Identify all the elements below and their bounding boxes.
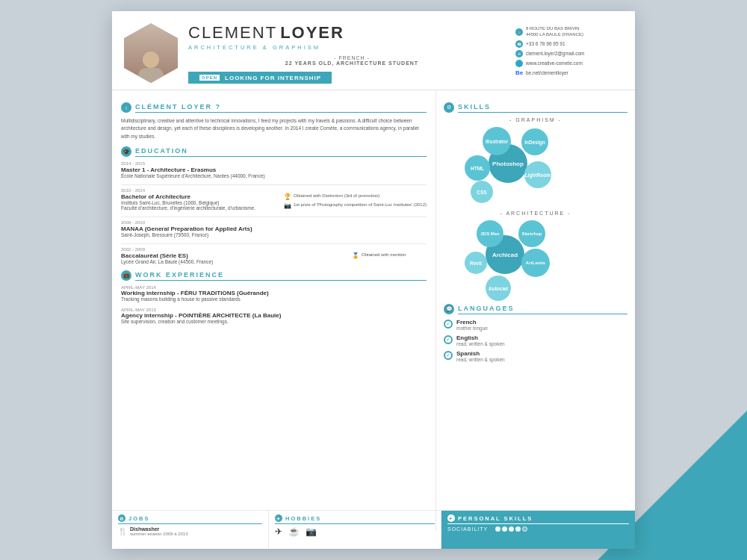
- bubble-illustrator: Illustrator: [483, 127, 511, 155]
- bottom-personal: + PERSONAL SKILLS SOCIABILITY: [441, 511, 635, 549]
- jobs-title: ⚙ JOBS: [118, 514, 262, 524]
- edu-item-3: 2002 - 2009 Baccalauréat (Série ES) Lycé…: [121, 247, 427, 264]
- dot-2: [502, 526, 507, 532]
- last-name: LOYER: [280, 23, 344, 43]
- lang-level-1: read, written & spoken: [456, 341, 505, 346]
- resume-header: CLEMENT LOYER ARCHITECTURE & GRAPHISM - …: [112, 11, 635, 90]
- phone-icon: ☎: [515, 40, 523, 48]
- edu-item-1-left: Bachelor of Architecture Instituts Saint…: [121, 193, 255, 211]
- page-wrapper: CLEMENT LOYER ARCHITECTURE & GRAPHISM - …: [0, 0, 747, 560]
- work-item-1: APRIL-MAY 2013 Agency internship - POINT…: [121, 308, 427, 324]
- phone-text: +33 6 78 96 95 91: [526, 41, 565, 46]
- resume-document: CLEMENT LOYER ARCHITECTURE & GRAPHISM - …: [112, 11, 635, 549]
- bottom-jobs: ⚙ JOBS 🍴 Dishwasher summer season 2009 à…: [112, 511, 269, 549]
- edu-item-1-row: Bachelor of Architecture Instituts Saint…: [121, 193, 427, 211]
- skills-icon: ⚙: [444, 102, 454, 113]
- lang-item-1: English read, written & spoken: [444, 335, 627, 346]
- dot-5: [522, 526, 527, 532]
- job-title-0: Dishwasher: [130, 526, 188, 532]
- work-desc-1: Site supervision, creation and customer …: [121, 319, 427, 324]
- edu-item-1-awards: 🏆 Obtained with Distinction (3rd of prom…: [284, 193, 427, 211]
- bubble-autocad: Autocad: [486, 276, 511, 301]
- edu-school-1b: Faculté d'architecture, d'ingénierie arc…: [121, 205, 255, 211]
- graphism-label: - GRAPHISM -: [444, 117, 627, 122]
- edu-item-2: 2009 - 2010 MANAA (General Preparation f…: [121, 220, 427, 237]
- award-text-3: Obtained with mention: [362, 252, 406, 257]
- looking-text: LOOKING FOR INTERNSHIP: [225, 75, 321, 81]
- name-line: CLEMENT LOYER: [188, 23, 515, 43]
- bubble-css: CSS: [471, 181, 493, 203]
- languages-icon: 💬: [444, 304, 454, 314]
- lang-item-2: Spanish read, written & spoken: [444, 350, 627, 362]
- edu-item-3-row: Baccalauréat (Série ES) Lycée Grand Air,…: [121, 252, 427, 264]
- email-text: clement.loyer2@gmail.com: [526, 51, 585, 56]
- person-head: [143, 52, 159, 68]
- bubble-html: HTML: [465, 155, 490, 181]
- sociability-label: SOCIABILITY: [447, 526, 492, 532]
- edu-item-0: 2014 - 2015 Master 1 - Architecture - Er…: [121, 161, 427, 178]
- edu-year-0: 2014 - 2015: [121, 161, 427, 166]
- education-icon: 🎓: [121, 146, 131, 157]
- contact-phone: ☎ +33 6 78 96 95 91: [515, 40, 620, 48]
- edu-school-3: Lycée Grand Air, La Baule (44500, France…: [121, 259, 213, 264]
- behance-icon: Be: [515, 69, 523, 76]
- edu-school-1: Instituts Saint-Luc, Bruxelles (1060, Be…: [121, 200, 255, 205]
- left-column: i CLÉMENT LOYER ? Multidisciplinary, cre…: [112, 90, 436, 531]
- dot-1: [495, 526, 500, 532]
- award-icon-3: 🏅: [352, 252, 359, 259]
- hobbies-icon: ✈: [275, 514, 282, 522]
- languages-section-title: 💬 LANGUAGES: [444, 304, 627, 314]
- award-icon-1b: 📷: [284, 202, 291, 209]
- skills-section-title: ⚙ SKILLS: [444, 102, 627, 113]
- jobs-icon: ⚙: [118, 514, 125, 522]
- contact-behance: Be be.net/clementloyer: [515, 69, 620, 76]
- award-text-1a: Obtained with Distinction (3rd of promot…: [294, 193, 379, 198]
- edu-year-1: 2010 - 2014: [121, 188, 427, 193]
- header-name-area: CLEMENT LOYER ARCHITECTURE & GRAPHISM - …: [188, 23, 515, 84]
- lang-name-0: French: [456, 319, 488, 326]
- hobby-items: ✈ ☕ 📷: [275, 526, 435, 537]
- dot-4: [515, 526, 521, 532]
- architecture-label: - ARCHITECTURE -: [444, 211, 627, 216]
- work-title-1: Agency internship - POINTIÈRE ARCHITECTE…: [121, 312, 427, 319]
- lang-check-2: [444, 351, 453, 360]
- contact-email: ✉ clement.loyer2@gmail.com: [515, 50, 620, 57]
- award-text-1b: 1st prize of 'Photography competition of…: [294, 202, 427, 207]
- edu-degree-3: Baccalauréat (Série ES): [121, 252, 213, 259]
- nationality: - FRENCH - 22 YEARS OLD, ARCHITECTURE ST…: [188, 55, 515, 66]
- location-icon: ⌂: [515, 28, 523, 36]
- website-text: www.creative-comete.com: [526, 60, 583, 66]
- work-item-0: APRIL-MAY 2014 Working internship - FÉRU…: [121, 285, 427, 302]
- edu-award-1a: 🏆 Obtained with Distinction (3rd of prom…: [284, 193, 427, 200]
- edu-item-1: 2010 - 2014 Bachelor of Architecture Ins…: [121, 188, 427, 211]
- bubble-3dsmax: 3DS Max: [477, 220, 503, 247]
- lang-name-1: English: [456, 335, 505, 341]
- work-title-text: WORK EXPERIENCE: [135, 271, 427, 281]
- lang-info-2: Spanish read, written & spoken: [456, 350, 505, 362]
- hobby-icon-photo: 📷: [306, 526, 317, 537]
- bubble-artlantis: ArtLantis: [521, 249, 550, 277]
- personal-icon: +: [447, 514, 455, 522]
- work-section-title: 💼 WORK EXPERIENCE: [121, 270, 427, 281]
- job-icon-0: 🍴: [118, 527, 127, 535]
- bubble-sketchup: Sketchup: [518, 220, 545, 247]
- job-subtitle-0: summer season 2009 à 2010: [130, 532, 188, 536]
- job-item-0: 🍴 Dishwasher summer season 2009 à 2010: [118, 526, 262, 536]
- lang-name-2: Spanish: [456, 350, 505, 357]
- web-icon: 🌐: [515, 60, 523, 67]
- photo-inner: [124, 23, 178, 83]
- open-badge: OPEN: [199, 74, 220, 81]
- first-name: CLEMENT: [188, 23, 277, 43]
- lang-level-2: read, written & spoken: [456, 357, 505, 362]
- header-contact: ⌂ 8 ROUTE DU BAS BRIVIN 44500 LA BAULE (…: [515, 23, 620, 84]
- edu-school-2: Saint-Joseph, Bressuire (79500, France): [121, 232, 427, 237]
- edu-award-3: 🏅 Obtained with mention: [352, 252, 427, 264]
- profile-photo: [124, 23, 178, 83]
- hobbies-title: ✈ HOBBIES: [275, 514, 435, 524]
- lang-check-0: [444, 320, 453, 329]
- address-text: 8 ROUTE DU BAS BRIVIN 44500 LA BAULE (FR…: [526, 26, 583, 38]
- bubble-lightroom: LightRoom: [524, 161, 551, 188]
- dot-3: [509, 526, 514, 532]
- job-details-0: Dishwasher summer season 2009 à 2010: [130, 526, 188, 536]
- contact-address: ⌂ 8 ROUTE DU BAS BRIVIN 44500 LA BAULE (…: [515, 26, 620, 38]
